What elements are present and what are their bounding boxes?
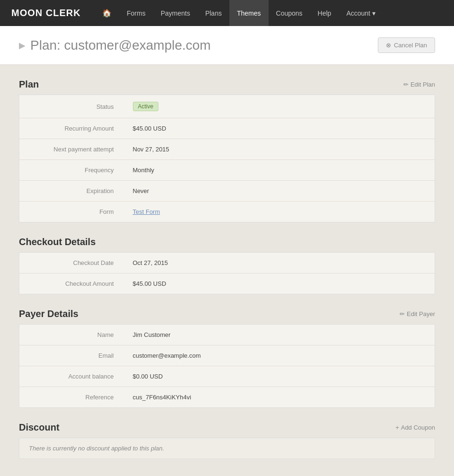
plan-status-value: Active xyxy=(123,95,435,118)
nav-account-label: Account xyxy=(346,9,370,17)
nav-account[interactable]: Account ▾ xyxy=(339,0,383,26)
page-title-area: ▶ Plan: customer@example.com xyxy=(19,38,211,53)
nav-payments-label: Payments xyxy=(161,9,190,17)
status-badge: Active xyxy=(133,102,159,111)
form-value: Test Form xyxy=(123,202,435,222)
table-row: Status Active xyxy=(19,95,435,118)
plus-icon: + xyxy=(395,424,399,431)
nav-forms-label: Forms xyxy=(127,9,146,17)
edit-plan-icon: ✏ xyxy=(403,81,409,88)
table-row: Name Jim Customer xyxy=(19,325,435,345)
chevron-down-icon: ▾ xyxy=(372,9,375,17)
account-balance-value: $0.00 USD xyxy=(123,366,435,387)
checkout-date-value: Oct 27, 2015 xyxy=(123,253,435,273)
form-link[interactable]: Test Form xyxy=(133,208,160,215)
add-coupon-button[interactable]: + Add Coupon xyxy=(395,424,435,431)
edit-payer-button[interactable]: ✏ Edit Payer xyxy=(400,310,435,317)
plan-section-header: Plan ✏ Edit Plan xyxy=(19,79,435,90)
expiration-value: Never xyxy=(123,181,435,202)
checkout-section-title: Checkout Details xyxy=(19,237,96,247)
nav-themes[interactable]: Themes xyxy=(229,0,269,26)
table-row: Frequency Monthly xyxy=(19,160,435,181)
table-row: Recurring Amount $45.00 USD xyxy=(19,118,435,139)
discount-section: Discount + Add Coupon There is currently… xyxy=(19,422,435,459)
plan-table: Status Active Recurring Amount $45.00 US… xyxy=(19,95,435,222)
table-row: Email customer@example.com xyxy=(19,345,435,366)
nav-coupons[interactable]: Coupons xyxy=(269,0,310,26)
table-row: Checkout Date Oct 27, 2015 xyxy=(19,253,435,273)
nav-help-label: Help xyxy=(318,9,332,17)
edit-payer-icon: ✏ xyxy=(400,310,405,317)
table-row: Next payment attempt Nov 27, 2015 xyxy=(19,139,435,160)
next-payment-label: Next payment attempt xyxy=(19,139,123,160)
cancel-plan-label: Cancel Plan xyxy=(394,42,427,49)
recurring-amount-value: $45.00 USD xyxy=(123,118,435,139)
main-content: Plan ✏ Edit Plan Status Active Recurring… xyxy=(0,65,454,476)
page-title: Plan: customer@example.com xyxy=(30,38,211,53)
next-payment-value: Nov 27, 2015 xyxy=(123,139,435,160)
table-row: Form Test Form xyxy=(19,202,435,222)
add-coupon-label: Add Coupon xyxy=(401,424,435,431)
page-header: ▶ Plan: customer@example.com ⊗ Cancel Pl… xyxy=(0,26,454,65)
discount-section-header: Discount + Add Coupon xyxy=(19,422,435,433)
breadcrumb-arrow: ▶ xyxy=(19,40,26,51)
table-row: Reference cus_7F6ns4KiKYh4vi xyxy=(19,387,435,408)
expiration-label: Expiration xyxy=(19,181,123,202)
nav-payments[interactable]: Payments xyxy=(153,0,198,26)
edit-payer-label: Edit Payer xyxy=(407,310,435,317)
table-row: Account balance $0.00 USD xyxy=(19,366,435,387)
payer-email-label: Email xyxy=(19,345,123,366)
plan-status-label: Status xyxy=(19,95,123,118)
form-label: Form xyxy=(19,202,123,222)
plan-section: Plan ✏ Edit Plan Status Active Recurring… xyxy=(19,79,435,222)
edit-plan-button[interactable]: ✏ Edit Plan xyxy=(403,81,435,88)
payer-email-value: customer@example.com xyxy=(123,345,435,366)
payer-section-header: Payer Details ✏ Edit Payer xyxy=(19,309,435,319)
brand-logo: MOON CLERK xyxy=(0,8,95,18)
payer-table: Name Jim Customer Email customer@example… xyxy=(19,324,435,408)
frequency-value: Monthly xyxy=(123,160,435,181)
checkout-amount-value: $45.00 USD xyxy=(123,273,435,294)
nav-themes-label: Themes xyxy=(237,9,261,17)
edit-plan-label: Edit Plan xyxy=(410,81,435,88)
nav-help[interactable]: Help xyxy=(310,0,339,26)
checkout-section: Checkout Details Checkout Date Oct 27, 2… xyxy=(19,237,435,294)
account-balance-label: Account balance xyxy=(19,366,123,387)
checkout-amount-label: Checkout Amount xyxy=(19,273,123,294)
reference-value: cus_7F6ns4KiKYh4vi xyxy=(123,387,435,408)
home-nav-link[interactable]: 🏠 xyxy=(95,0,119,26)
frequency-label: Frequency xyxy=(19,160,123,181)
discount-section-title: Discount xyxy=(19,422,60,433)
plan-section-title: Plan xyxy=(19,79,39,90)
home-icon: 🏠 xyxy=(102,9,112,18)
reference-label: Reference xyxy=(19,387,123,408)
table-row: Checkout Amount $45.00 USD xyxy=(19,273,435,294)
nav-forms[interactable]: Forms xyxy=(119,0,153,26)
nav-links: 🏠 Forms Payments Plans Themes Coupons He… xyxy=(95,0,454,26)
checkout-section-header: Checkout Details xyxy=(19,237,435,247)
navigation: MOON CLERK 🏠 Forms Payments Plans Themes… xyxy=(0,0,454,26)
payer-name-label: Name xyxy=(19,325,123,345)
cancel-icon: ⊗ xyxy=(386,42,391,49)
discount-empty-text: There is currently no discount applied t… xyxy=(19,438,435,459)
nav-plans-label: Plans xyxy=(205,9,222,17)
payer-name-value: Jim Customer xyxy=(123,325,435,345)
cancel-plan-button[interactable]: ⊗ Cancel Plan xyxy=(378,37,435,53)
nav-coupons-label: Coupons xyxy=(276,9,303,17)
payer-section: Payer Details ✏ Edit Payer Name Jim Cust… xyxy=(19,309,435,408)
payer-section-title: Payer Details xyxy=(19,309,79,319)
checkout-table: Checkout Date Oct 27, 2015 Checkout Amou… xyxy=(19,252,435,294)
recurring-amount-label: Recurring Amount xyxy=(19,118,123,139)
table-row: Expiration Never xyxy=(19,181,435,202)
checkout-date-label: Checkout Date xyxy=(19,253,123,273)
nav-plans[interactable]: Plans xyxy=(198,0,229,26)
